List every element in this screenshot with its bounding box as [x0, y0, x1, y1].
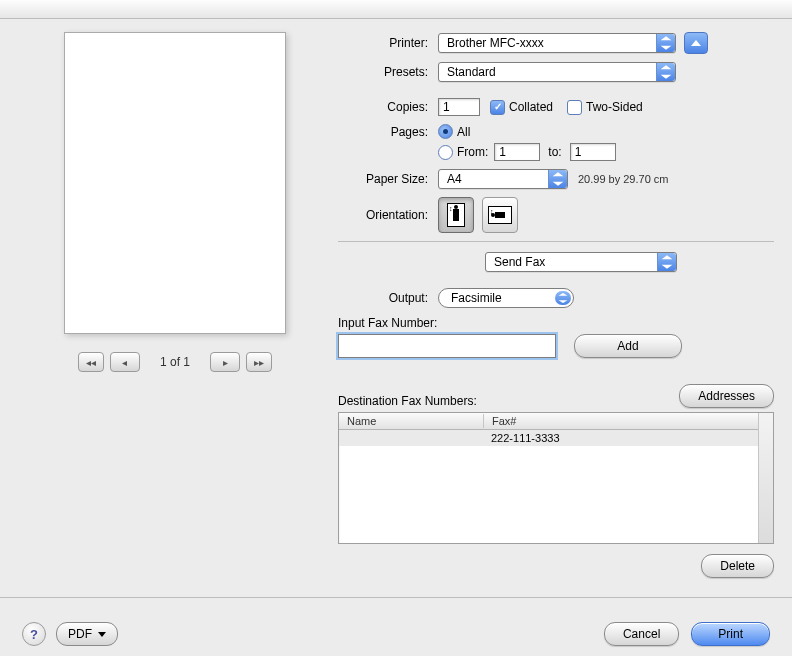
- fax-number-input[interactable]: [338, 334, 556, 358]
- add-button-label: Add: [617, 339, 638, 353]
- pdf-menu-button[interactable]: PDF: [56, 622, 118, 646]
- separator: [338, 241, 774, 242]
- pdf-label: PDF: [68, 627, 92, 641]
- addresses-button-label: Addresses: [698, 389, 755, 403]
- paper-size-select[interactable]: A4: [438, 169, 568, 189]
- addresses-button[interactable]: Addresses: [679, 384, 774, 408]
- pages-to-label: to:: [548, 145, 561, 159]
- pages-from-input[interactable]: 1: [494, 143, 540, 161]
- page-indicator: 1 of 1: [160, 355, 190, 369]
- output-select[interactable]: Facsimile: [438, 288, 574, 308]
- dest-label: Destination Fax Numbers:: [338, 394, 477, 408]
- pages-row: Pages: All From: 1 to: 1: [338, 124, 774, 161]
- panel-section-value: Send Fax: [494, 255, 545, 269]
- twosided-checkbox[interactable]: [567, 100, 582, 115]
- section-row: Send Fax: [338, 252, 774, 272]
- output-row: Output: Facsimile: [332, 288, 774, 308]
- table-row[interactable]: 222-111-3333: [339, 430, 773, 446]
- panel-section-select[interactable]: Send Fax: [485, 252, 677, 272]
- orientation-landscape-button[interactable]: ↕: [482, 197, 518, 233]
- dialog-footer: ? PDF Cancel Print: [0, 597, 792, 656]
- first-page-button[interactable]: ◂◂: [78, 352, 104, 372]
- preview-pane: ◂◂ ◂ 1 of 1 ▸ ▸▸: [50, 32, 300, 597]
- help-button[interactable]: ?: [22, 622, 46, 646]
- printer-value: Brother MFC-xxxx: [447, 36, 544, 50]
- printer-row: Printer: Brother MFC-xxxx: [338, 32, 774, 54]
- cell-fax: 222-111-3333: [483, 431, 773, 445]
- copies-input[interactable]: 1: [438, 98, 480, 116]
- page-nav: ◂◂ ◂ 1 of 1 ▸ ▸▸: [78, 352, 272, 372]
- copies-label: Copies:: [338, 100, 438, 114]
- pages-all-label: All: [457, 125, 470, 139]
- print-button-label: Print: [718, 627, 743, 641]
- orientation-row: Orientation: ↕ ↕: [338, 197, 774, 233]
- copies-row: Copies: 1 Collated Two-Sided: [338, 98, 774, 116]
- cancel-button[interactable]: Cancel: [604, 622, 679, 646]
- output-value: Facsimile: [451, 291, 502, 305]
- next-page-button[interactable]: ▸: [210, 352, 240, 372]
- presets-select[interactable]: Standard: [438, 62, 676, 82]
- pages-to-value: 1: [575, 145, 582, 159]
- print-button[interactable]: Print: [691, 622, 770, 646]
- paper-row: Paper Size: A4 20.99 by 29.70 cm: [338, 169, 774, 189]
- pages-from-value: 1: [499, 145, 506, 159]
- output-label: Output:: [332, 291, 438, 305]
- page-preview: [64, 32, 286, 334]
- landscape-icon: ↕: [488, 206, 512, 224]
- pages-to-input[interactable]: 1: [570, 143, 616, 161]
- last-page-button[interactable]: ▸▸: [246, 352, 272, 372]
- triangle-down-icon: [98, 632, 106, 637]
- pages-all-radio[interactable]: [438, 124, 453, 139]
- dest-table[interactable]: Name Fax# 222-111-3333: [338, 412, 774, 544]
- collapse-button[interactable]: [684, 32, 708, 54]
- pages-label: Pages:: [338, 124, 438, 139]
- delete-button-label: Delete: [720, 559, 755, 573]
- delete-button[interactable]: Delete: [701, 554, 774, 578]
- ruler: [0, 0, 792, 19]
- col-fax[interactable]: Fax#: [484, 414, 773, 428]
- content: ◂◂ ◂ 1 of 1 ▸ ▸▸ Printer: Brother MFC-xx…: [0, 22, 792, 656]
- scrollbar[interactable]: [758, 413, 773, 543]
- add-button[interactable]: Add: [574, 334, 682, 358]
- settings-panel: Printer: Brother MFC-xxxx Presets: Stand…: [338, 32, 774, 597]
- orientation-label: Orientation:: [338, 208, 438, 222]
- col-name[interactable]: Name: [339, 414, 484, 428]
- presets-label: Presets:: [338, 65, 438, 79]
- fax-input-label: Input Fax Number:: [338, 316, 774, 330]
- print-dialog: ◂◂ ◂ 1 of 1 ▸ ▸▸ Printer: Brother MFC-xx…: [0, 0, 792, 656]
- portrait-icon: ↕: [447, 203, 465, 227]
- stepper-icon: [657, 253, 676, 271]
- printer-label: Printer:: [338, 36, 438, 50]
- twosided-label: Two-Sided: [586, 100, 643, 114]
- pages-from-label: From:: [457, 145, 488, 159]
- table-header: Name Fax#: [339, 413, 773, 430]
- collated-checkbox[interactable]: [490, 100, 505, 115]
- printer-select[interactable]: Brother MFC-xxxx: [438, 33, 676, 53]
- cell-name: [339, 437, 483, 439]
- table-body: 222-111-3333: [339, 430, 773, 543]
- collated-label: Collated: [509, 100, 553, 114]
- paper-label: Paper Size:: [338, 172, 438, 186]
- stepper-icon: [548, 170, 567, 188]
- pages-range-radio[interactable]: [438, 145, 453, 160]
- copies-value: 1: [443, 100, 450, 114]
- pages-options: All From: 1 to: 1: [438, 124, 616, 161]
- triangle-up-icon: [691, 40, 701, 46]
- main-area: ◂◂ ◂ 1 of 1 ▸ ▸▸ Printer: Brother MFC-xx…: [0, 22, 792, 597]
- presets-value: Standard: [447, 65, 496, 79]
- stepper-icon: [555, 291, 571, 305]
- cancel-button-label: Cancel: [623, 627, 660, 641]
- orientation-portrait-button[interactable]: ↕: [438, 197, 474, 233]
- paper-size-value: A4: [447, 172, 462, 186]
- prev-page-button[interactable]: ◂: [110, 352, 140, 372]
- stepper-icon: [656, 63, 675, 81]
- paper-dim: 20.99 by 29.70 cm: [578, 173, 669, 185]
- presets-row: Presets: Standard: [338, 62, 774, 82]
- stepper-icon: [656, 34, 675, 52]
